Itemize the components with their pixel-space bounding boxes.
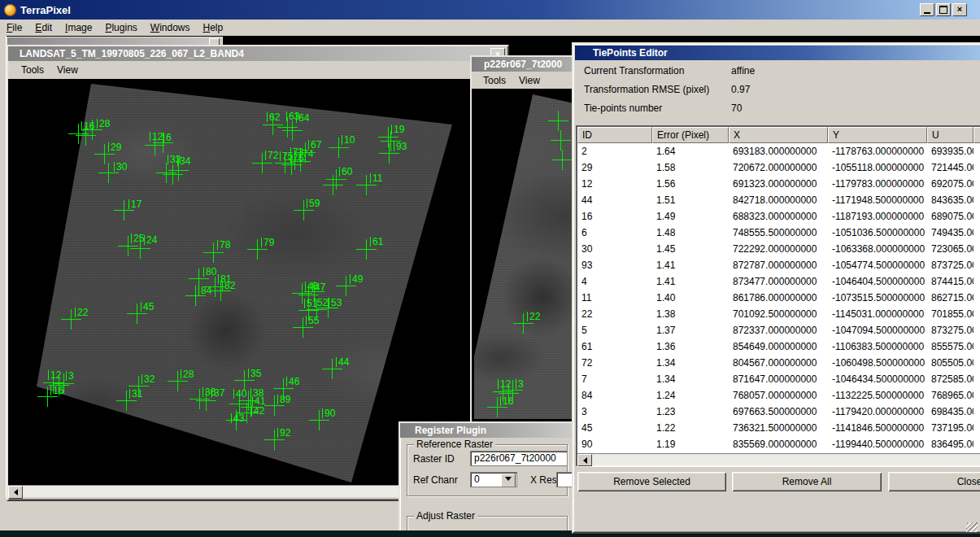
- combo-dropdown-button[interactable]: [501, 474, 516, 487]
- table-cell: 1.48: [652, 225, 729, 241]
- tie-point-label: 90: [322, 408, 335, 418]
- table-cell: -1054774.500000000: [828, 257, 927, 273]
- maximize-button[interactable]: [936, 3, 951, 16]
- remove-all-button[interactable]: Remove All: [732, 472, 882, 491]
- table-row[interactable]: 31.23697663.500000000-1179420.0000000006…: [577, 404, 980, 420]
- table-cell: 873725.00: [927, 257, 973, 273]
- app-title: TerraPixel: [20, 4, 71, 16]
- tie-point-cross[interactable]: [552, 150, 573, 170]
- menu-item-edit[interactable]: Edit: [28, 22, 59, 33]
- column-header-error-pixel-[interactable]: Error (Pixel): [652, 127, 729, 143]
- table-row[interactable]: 451.22736321.500000000-1141846.500000000…: [577, 420, 980, 436]
- menu-item-tools[interactable]: Tools: [15, 64, 50, 76]
- tie-point-cross[interactable]: [323, 175, 343, 195]
- table-cell: -1047094.500000000: [828, 322, 927, 338]
- table-row[interactable]: 301.45722292.000000000-1063368.000000000…: [577, 241, 980, 257]
- menu-item-help[interactable]: Help: [197, 22, 230, 33]
- ref-channel-label: Ref Chanr: [413, 474, 458, 486]
- table-row[interactable]: 121.56691323.000000000-1179783.000000000…: [577, 176, 980, 192]
- mdi-left-edge: [0, 36, 7, 527]
- table-cell: 836495.00: [927, 436, 973, 452]
- table-cell: [973, 371, 980, 387]
- info-value: affine: [731, 65, 755, 84]
- scroll-left-button[interactable]: [8, 486, 23, 499]
- column-header[interactable]: [973, 127, 980, 143]
- tie-point-label: 93: [394, 142, 407, 151]
- table-cell: 45: [577, 420, 652, 436]
- column-header-x[interactable]: X: [729, 127, 828, 143]
- table-cell: [973, 338, 980, 355]
- column-header-u[interactable]: U: [927, 127, 973, 143]
- tie-point-cross[interactable]: [551, 130, 571, 151]
- tie-point-label: 53: [329, 298, 342, 308]
- table-row[interactable]: 901.19835569.000000000-1199440.500000000…: [577, 436, 980, 452]
- table-row[interactable]: 161.49688323.000000000-1187193.000000000…: [577, 208, 980, 225]
- table-row[interactable]: 721.34804567.000000000-1060498.500000000…: [577, 355, 980, 371]
- maximize-icon: [939, 6, 947, 14]
- tie-point-label: 16: [50, 386, 63, 395]
- main-titlebar: TerraPixel ×: [0, 0, 980, 20]
- table-cell: 11: [577, 290, 652, 306]
- table-cell: 1.24: [652, 387, 729, 404]
- table-row[interactable]: 21.64693183.000000000-1178763.0000000006…: [577, 143, 980, 159]
- tie-point-label: 80: [203, 267, 216, 277]
- table-row[interactable]: 441.51842718.000000000-1171948.500000000…: [577, 192, 980, 208]
- table-cell: 1.64: [652, 143, 729, 159]
- column-header-id[interactable]: ID: [577, 127, 652, 143]
- menu-item-image[interactable]: Image: [59, 22, 98, 33]
- table-row[interactable]: 61.48748555.500000000-1051036.5000000007…: [577, 225, 980, 241]
- table-row[interactable]: 611.36854649.000000000-1106383.500000000…: [577, 338, 980, 355]
- tie-point-cross[interactable]: [548, 111, 568, 131]
- reference-raster-group-label: Reference Raster: [414, 439, 495, 450]
- table-row[interactable]: 931.41872787.000000000-1054774.500000000…: [577, 257, 980, 273]
- table-cell: 93: [577, 257, 652, 273]
- close-dialog-button[interactable]: Close: [888, 472, 980, 491]
- table-row[interactable]: 41.41873477.000000000-1046404.5000000008…: [577, 273, 980, 290]
- table-cell: 805505.00: [927, 355, 973, 371]
- menu-item-tools[interactable]: Tools: [477, 75, 512, 86]
- table-cell: 748555.500000000: [729, 225, 828, 241]
- table-cell: 1.37: [652, 322, 729, 338]
- table-cell: -1199440.500000000: [828, 436, 927, 452]
- minimize-icon: [924, 12, 930, 14]
- table-cell: 874415.00: [927, 273, 973, 290]
- table-cell: 44: [577, 192, 652, 208]
- menu-item-view[interactable]: View: [512, 75, 547, 86]
- table-row[interactable]: 291.58720672.000000000-1055118.000000000…: [577, 159, 980, 176]
- tie-point-label: 79: [261, 238, 274, 247]
- table-horizontal-scrollbar[interactable]: [577, 453, 980, 465]
- tie-point-cross[interactable]: [168, 160, 189, 181]
- table-row[interactable]: 71.34871647.000000000-1046434.5000000008…: [577, 371, 980, 387]
- table-row[interactable]: 221.38701092.500000000-1145031.000000000…: [577, 306, 980, 322]
- scroll-left-button[interactable]: [577, 454, 592, 466]
- landsat-titlebar: LANDSAT_5_TM_19970805_226_067_L2_BAND4 ×: [8, 46, 507, 61]
- resize-grip[interactable]: [966, 522, 978, 532]
- menu-item-windows[interactable]: Windows: [144, 22, 197, 33]
- minimize-button[interactable]: [920, 3, 934, 16]
- menu-item-view[interactable]: View: [50, 64, 85, 76]
- table-cell: 1.58: [652, 159, 729, 176]
- tie-point-label: 16: [500, 396, 513, 406]
- table-cell: [973, 290, 980, 306]
- table-row[interactable]: 111.40861786.000000000-1073515.500000000…: [577, 290, 980, 306]
- table-cell: 872787.000000000: [729, 257, 828, 273]
- tie-point-cross[interactable]: [76, 125, 96, 146]
- tie-point-label: 29: [108, 142, 121, 152]
- remove-selected-button[interactable]: Remove Selected: [577, 472, 726, 491]
- menu-item-plugins[interactable]: Plugins: [98, 22, 143, 33]
- table-cell: 701855.00: [927, 306, 973, 322]
- ref-channel-combobox[interactable]: 0: [470, 472, 517, 487]
- table-cell: 84: [577, 387, 652, 404]
- table-row[interactable]: 51.37872337.000000000-1047094.5000000008…: [577, 322, 980, 338]
- close-button[interactable]: ×: [952, 3, 967, 16]
- tie-point-label: 55: [306, 316, 319, 325]
- table-row[interactable]: 841.24768057.000000000-1132225.500000000…: [577, 387, 980, 404]
- raster-id-input[interactable]: p226r067_7t20000: [470, 451, 568, 466]
- menu-item-file[interactable]: File: [0, 22, 28, 33]
- column-header-y[interactable]: Y: [828, 127, 927, 143]
- tie-point-label: 76: [290, 153, 303, 163]
- table-cell: 6: [577, 225, 652, 241]
- table-cell: 698435.00: [927, 404, 973, 420]
- table-cell: -1063368.000000000: [828, 241, 927, 257]
- table-cell: 1.34: [652, 371, 729, 387]
